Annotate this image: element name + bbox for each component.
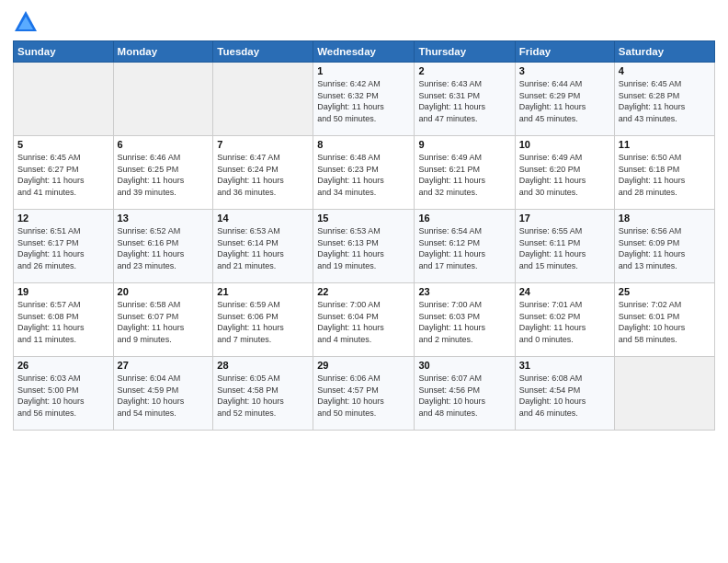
- day-cell: 13Sunrise: 6:52 AM Sunset: 6:16 PM Dayli…: [113, 210, 213, 283]
- day-number: 15: [317, 213, 410, 224]
- day-number: 25: [619, 286, 711, 297]
- day-info: Sunrise: 6:05 AM Sunset: 4:58 PM Dayligh…: [217, 373, 309, 419]
- day-number: 18: [619, 213, 711, 224]
- page: SundayMondayTuesdayWednesdayThursdayFrid…: [0, 0, 728, 563]
- logo-icon: [13, 9, 39, 35]
- day-number: 11: [619, 139, 711, 150]
- day-cell: [14, 63, 114, 136]
- day-number: 9: [418, 139, 510, 150]
- day-number: 6: [118, 139, 210, 150]
- weekday-header-tuesday: Tuesday: [213, 41, 313, 63]
- day-info: Sunrise: 6:45 AM Sunset: 6:27 PM Dayligh…: [17, 152, 109, 198]
- day-number: 17: [519, 213, 610, 224]
- day-number: 29: [317, 360, 410, 371]
- day-number: 20: [118, 286, 210, 297]
- day-info: Sunrise: 6:07 AM Sunset: 4:56 PM Dayligh…: [418, 373, 510, 419]
- day-cell: 7Sunrise: 6:47 AM Sunset: 6:24 PM Daylig…: [213, 136, 313, 210]
- day-cell: 30Sunrise: 6:07 AM Sunset: 4:56 PM Dayli…: [415, 357, 515, 431]
- day-cell: 4Sunrise: 6:45 AM Sunset: 6:28 PM Daylig…: [614, 63, 714, 136]
- day-cell: 14Sunrise: 6:53 AM Sunset: 6:14 PM Dayli…: [213, 210, 313, 283]
- day-info: Sunrise: 7:00 AM Sunset: 6:03 PM Dayligh…: [418, 299, 510, 345]
- day-info: Sunrise: 6:04 AM Sunset: 4:59 PM Dayligh…: [118, 373, 210, 419]
- day-cell: 11Sunrise: 6:50 AM Sunset: 6:18 PM Dayli…: [614, 136, 714, 210]
- week-row-2: 5Sunrise: 6:45 AM Sunset: 6:27 PM Daylig…: [14, 136, 715, 210]
- day-info: Sunrise: 6:42 AM Sunset: 6:32 PM Dayligh…: [317, 78, 410, 124]
- day-number: 7: [217, 139, 309, 150]
- day-cell: 23Sunrise: 7:00 AM Sunset: 6:03 PM Dayli…: [415, 283, 515, 357]
- day-info: Sunrise: 6:49 AM Sunset: 6:20 PM Dayligh…: [519, 152, 610, 198]
- weekday-header-row: SundayMondayTuesdayWednesdayThursdayFrid…: [14, 41, 715, 63]
- day-number: 26: [17, 360, 109, 371]
- day-number: 16: [418, 213, 510, 224]
- day-cell: 10Sunrise: 6:49 AM Sunset: 6:20 PM Dayli…: [515, 136, 614, 210]
- day-info: Sunrise: 6:44 AM Sunset: 6:29 PM Dayligh…: [519, 78, 610, 124]
- day-info: Sunrise: 6:48 AM Sunset: 6:23 PM Dayligh…: [317, 152, 410, 198]
- day-cell: 26Sunrise: 6:03 AM Sunset: 5:00 PM Dayli…: [14, 357, 114, 431]
- day-cell: 29Sunrise: 6:06 AM Sunset: 4:57 PM Dayli…: [313, 357, 415, 431]
- day-number: 8: [317, 139, 410, 150]
- day-info: Sunrise: 6:54 AM Sunset: 6:12 PM Dayligh…: [418, 225, 510, 271]
- day-number: 5: [17, 139, 109, 150]
- day-number: 19: [17, 286, 109, 297]
- day-number: 1: [317, 65, 410, 76]
- day-cell: 21Sunrise: 6:59 AM Sunset: 6:06 PM Dayli…: [213, 283, 313, 357]
- day-info: Sunrise: 6:53 AM Sunset: 6:14 PM Dayligh…: [217, 225, 309, 271]
- day-info: Sunrise: 7:00 AM Sunset: 6:04 PM Dayligh…: [317, 299, 410, 345]
- day-cell: 6Sunrise: 6:46 AM Sunset: 6:25 PM Daylig…: [113, 136, 213, 210]
- day-number: 22: [317, 286, 410, 297]
- day-cell: [614, 357, 714, 431]
- day-cell: 19Sunrise: 6:57 AM Sunset: 6:08 PM Dayli…: [14, 283, 114, 357]
- day-number: 12: [17, 213, 109, 224]
- day-info: Sunrise: 6:45 AM Sunset: 6:28 PM Dayligh…: [619, 78, 711, 124]
- day-info: Sunrise: 6:49 AM Sunset: 6:21 PM Dayligh…: [418, 152, 510, 198]
- day-number: 3: [519, 65, 610, 76]
- header: [13, 9, 715, 35]
- day-number: 13: [118, 213, 210, 224]
- week-row-4: 19Sunrise: 6:57 AM Sunset: 6:08 PM Dayli…: [14, 283, 715, 357]
- day-cell: 15Sunrise: 6:53 AM Sunset: 6:13 PM Dayli…: [313, 210, 415, 283]
- day-number: 27: [118, 360, 210, 371]
- day-cell: 28Sunrise: 6:05 AM Sunset: 4:58 PM Dayli…: [213, 357, 313, 431]
- day-cell: 8Sunrise: 6:48 AM Sunset: 6:23 PM Daylig…: [313, 136, 415, 210]
- day-number: 14: [217, 213, 309, 224]
- weekday-header-friday: Friday: [515, 41, 614, 63]
- day-info: Sunrise: 6:55 AM Sunset: 6:11 PM Dayligh…: [519, 225, 610, 271]
- day-cell: 31Sunrise: 6:08 AM Sunset: 4:54 PM Dayli…: [515, 357, 614, 431]
- day-cell: 12Sunrise: 6:51 AM Sunset: 6:17 PM Dayli…: [14, 210, 114, 283]
- day-info: Sunrise: 6:56 AM Sunset: 6:09 PM Dayligh…: [619, 225, 711, 271]
- day-cell: 9Sunrise: 6:49 AM Sunset: 6:21 PM Daylig…: [415, 136, 515, 210]
- day-number: 28: [217, 360, 309, 371]
- day-info: Sunrise: 6:03 AM Sunset: 5:00 PM Dayligh…: [17, 373, 109, 419]
- day-info: Sunrise: 7:01 AM Sunset: 6:02 PM Dayligh…: [519, 299, 610, 345]
- day-info: Sunrise: 6:50 AM Sunset: 6:18 PM Dayligh…: [619, 152, 711, 198]
- day-info: Sunrise: 6:57 AM Sunset: 6:08 PM Dayligh…: [17, 299, 109, 345]
- day-cell: 27Sunrise: 6:04 AM Sunset: 4:59 PM Dayli…: [113, 357, 213, 431]
- day-info: Sunrise: 7:02 AM Sunset: 6:01 PM Dayligh…: [619, 299, 711, 345]
- day-number: 31: [519, 360, 610, 371]
- weekday-header-thursday: Thursday: [415, 41, 515, 63]
- day-cell: 17Sunrise: 6:55 AM Sunset: 6:11 PM Dayli…: [515, 210, 614, 283]
- day-cell: 16Sunrise: 6:54 AM Sunset: 6:12 PM Dayli…: [415, 210, 515, 283]
- day-info: Sunrise: 6:08 AM Sunset: 4:54 PM Dayligh…: [519, 373, 610, 419]
- calendar-table: SundayMondayTuesdayWednesdayThursdayFrid…: [13, 40, 715, 431]
- day-info: Sunrise: 6:59 AM Sunset: 6:06 PM Dayligh…: [217, 299, 309, 345]
- day-info: Sunrise: 6:43 AM Sunset: 6:31 PM Dayligh…: [418, 78, 510, 124]
- day-cell: 2Sunrise: 6:43 AM Sunset: 6:31 PM Daylig…: [415, 63, 515, 136]
- day-number: 21: [217, 286, 309, 297]
- weekday-header-sunday: Sunday: [14, 41, 114, 63]
- day-number: 2: [418, 65, 510, 76]
- week-row-5: 26Sunrise: 6:03 AM Sunset: 5:00 PM Dayli…: [14, 357, 715, 431]
- day-cell: 22Sunrise: 7:00 AM Sunset: 6:04 PM Dayli…: [313, 283, 415, 357]
- day-info: Sunrise: 6:58 AM Sunset: 6:07 PM Dayligh…: [118, 299, 210, 345]
- day-info: Sunrise: 6:53 AM Sunset: 6:13 PM Dayligh…: [317, 225, 410, 271]
- weekday-header-monday: Monday: [113, 41, 213, 63]
- day-number: 10: [519, 139, 610, 150]
- day-cell: [213, 63, 313, 136]
- day-cell: 24Sunrise: 7:01 AM Sunset: 6:02 PM Dayli…: [515, 283, 614, 357]
- day-cell: 5Sunrise: 6:45 AM Sunset: 6:27 PM Daylig…: [14, 136, 114, 210]
- day-cell: 20Sunrise: 6:58 AM Sunset: 6:07 PM Dayli…: [113, 283, 213, 357]
- day-cell: 25Sunrise: 7:02 AM Sunset: 6:01 PM Dayli…: [614, 283, 714, 357]
- day-cell: 18Sunrise: 6:56 AM Sunset: 6:09 PM Dayli…: [614, 210, 714, 283]
- day-number: 24: [519, 286, 610, 297]
- week-row-1: 1Sunrise: 6:42 AM Sunset: 6:32 PM Daylig…: [14, 63, 715, 136]
